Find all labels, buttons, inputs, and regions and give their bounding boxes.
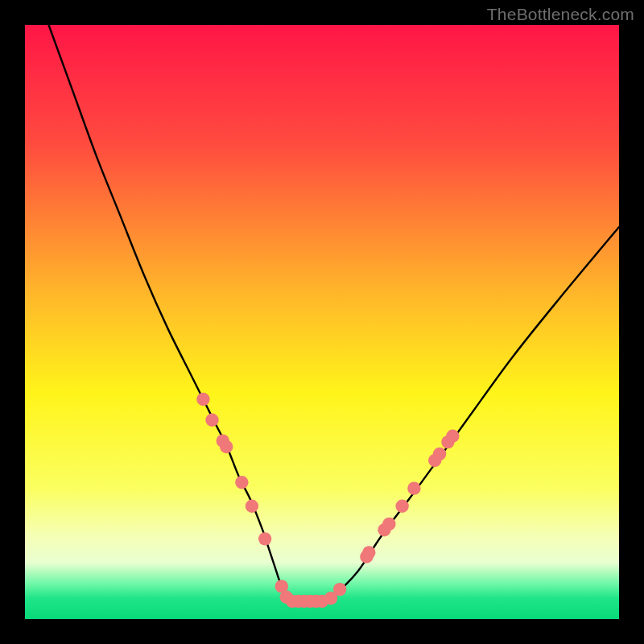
bottleneck-chart xyxy=(25,25,619,619)
data-dot xyxy=(362,546,375,559)
data-dot xyxy=(258,532,271,545)
data-dot xyxy=(395,500,408,513)
data-dot xyxy=(220,440,233,453)
data-dot xyxy=(407,481,420,494)
data-dot xyxy=(433,448,446,460)
data-dot xyxy=(246,500,258,513)
data-dot xyxy=(333,583,346,596)
data-dot xyxy=(235,476,248,489)
watermark-text: TheBottleneck.com xyxy=(487,5,634,24)
data-dot xyxy=(196,393,209,406)
data-dot xyxy=(205,414,218,427)
gradient-background xyxy=(25,25,619,619)
chart-frame: TheBottleneck.com xyxy=(0,0,644,644)
data-dot xyxy=(382,518,395,530)
plot-area xyxy=(25,25,619,619)
data-dot xyxy=(446,430,459,443)
